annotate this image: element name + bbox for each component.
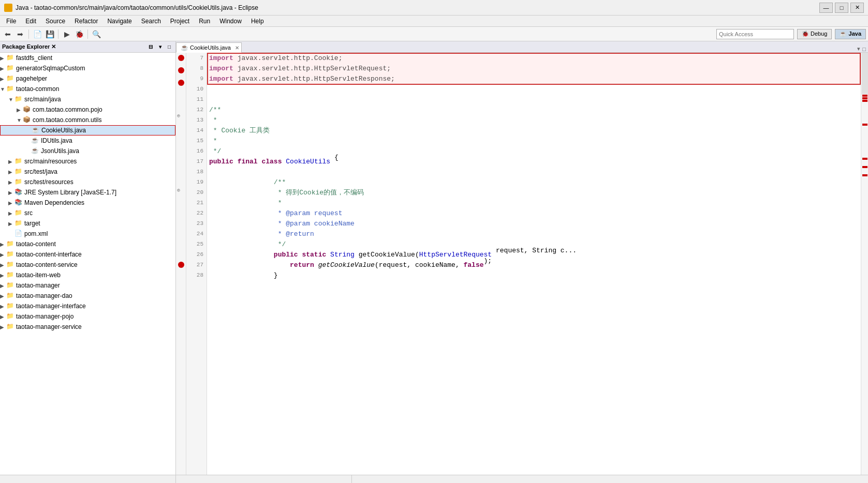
- tree-item-taotao-manager-interface[interactable]: ▶📁taotao-manager-interface: [0, 301, 175, 311]
- tree-label: pom.xml: [24, 230, 48, 237]
- quick-access-input[interactable]: [716, 29, 794, 39]
- java-perspective-button[interactable]: ☕ Java: [835, 29, 866, 39]
- menu-run[interactable]: Run: [195, 17, 214, 26]
- tree-item-generatorsqlmapcustom[interactable]: ▶📁generatorSqlmapCustom: [0, 63, 175, 73]
- editor-bottom-scroll[interactable]: [352, 475, 868, 483]
- tree-item-fastdfs-client[interactable]: ▶📁fastdfs_client: [0, 53, 175, 63]
- linenum-23: 23: [186, 218, 207, 229]
- package-explorer-tree[interactable]: ▶📁fastdfs_client▶📁generatorSqlmapCustom▶…: [0, 53, 175, 475]
- tree-item-taotao-manager-pojo[interactable]: ▶📁taotao-manager-pojo: [0, 311, 175, 322]
- tree-item-taotao-content[interactable]: ▶📁taotao-content: [0, 239, 175, 249]
- tree-item-src-main-java[interactable]: ▼📁src/main/java: [0, 94, 175, 104]
- tree-label: fastdfs_client: [16, 54, 52, 62]
- menu-edit[interactable]: Edit: [21, 17, 40, 26]
- menu-navigate[interactable]: Navigate: [103, 17, 136, 26]
- tab-java-icon: ☕: [181, 44, 188, 51]
- tree-item-taotao-item-web[interactable]: ▶📁taotao-item-web: [0, 270, 175, 280]
- code-line-17: public final class CookieUtils {: [207, 156, 861, 167]
- tree-item-taotao-manager[interactable]: ▶📁taotao-manager: [0, 280, 175, 291]
- sidebar-collapse-btn[interactable]: ⊟: [146, 43, 155, 51]
- error-marker-9: [178, 80, 184, 86]
- close-button[interactable]: ✕: [850, 3, 864, 13]
- menu-search[interactable]: Search: [137, 17, 165, 26]
- menu-file[interactable]: File: [2, 17, 20, 26]
- tree-icon: ☕: [32, 126, 40, 134]
- code-line-26: public static String getCookieValue(Http…: [207, 249, 861, 260]
- tree-item-taotao-manager-service[interactable]: ▶📁taotao-manager-service: [0, 322, 175, 332]
- debug-perspective-button[interactable]: 🐞 Debug: [797, 29, 832, 39]
- tab-close-button[interactable]: ✕: [235, 45, 239, 51]
- toolbar-btn-save[interactable]: 💾: [44, 28, 55, 40]
- sidebar-bottom-scroll[interactable]: [176, 475, 352, 483]
- code-line-9: import javax.servlet.http.HttpServletRes…: [207, 73, 861, 84]
- maximize-button[interactable]: □: [835, 3, 848, 13]
- gutter-row-11: [176, 100, 186, 111]
- sidebar-menu-btn[interactable]: ▾: [156, 43, 164, 51]
- tree-arrow: ▶: [0, 76, 6, 82]
- toolbar-btn-new[interactable]: 📄: [32, 28, 43, 40]
- linenum-25: 25: [186, 239, 207, 249]
- tree-arrow: ▶: [8, 159, 14, 164]
- tree-item-jsonutils-java[interactable]: ☕JsonUtils.java: [0, 146, 175, 156]
- tree-arrow: ▼: [8, 97, 14, 102]
- tree-item-taotao-content-interface[interactable]: ▶📁taotao-content-interface: [0, 249, 175, 260]
- tree-item-src-test-java[interactable]: ▶📁src/test/java: [0, 167, 175, 177]
- tree-icon: 📦: [23, 116, 31, 124]
- gutter-error-4: [862, 124, 867, 126]
- tab-expand-button[interactable]: □: [862, 46, 866, 52]
- gutter-row-15: [176, 144, 186, 154]
- tree-item-target[interactable]: ▶📁target: [0, 218, 175, 229]
- toolbar-btn-2[interactable]: ➡: [14, 28, 26, 40]
- tree-item-taotao-content-service[interactable]: ▶📁taotao-content-service: [0, 260, 175, 270]
- tree-item-pom-xml[interactable]: 📄pom.xml: [0, 229, 175, 239]
- toolbar-btn-debug[interactable]: 🐞: [73, 28, 85, 40]
- tree-icon: 📄: [14, 230, 23, 238]
- gutter-row-8: [176, 67, 186, 78]
- tree-item-pagehelper[interactable]: ▶📁pagehelper: [0, 73, 175, 84]
- menu-help[interactable]: Help: [247, 17, 268, 26]
- menu-window[interactable]: Window: [215, 17, 246, 26]
- menu-refactor[interactable]: Refactor: [70, 17, 102, 26]
- tree-item-idutils-java[interactable]: ☕IDUtils.java: [0, 135, 175, 146]
- editor-tab-cookieutils[interactable]: ☕ CookieUtils.java ✕: [176, 42, 242, 53]
- toolbar-btn-1[interactable]: ⬅: [2, 28, 13, 40]
- tree-arrow: ▶: [8, 210, 14, 216]
- linenum-12: 12: [186, 104, 207, 115]
- tree-item-src-test-resources[interactable]: ▶📁src/test/resources: [0, 177, 175, 187]
- tree-item-jre-system-library--javase-1-7-[interactable]: ▶📚JRE System Library [JavaSE-1.7]: [0, 187, 175, 198]
- tree-item-cookieutils-java[interactable]: ☕CookieUtils.java: [0, 125, 175, 135]
- toolbar-separator-2: [58, 29, 58, 39]
- tree-icon: 📁: [14, 157, 23, 165]
- scroll-thumb[interactable]: [862, 53, 868, 94]
- tree-item-taotao-manager-dao[interactable]: ▶📁taotao-manager-dao: [0, 291, 175, 301]
- tree-icon: ☕: [31, 137, 39, 145]
- toolbar-btn-run[interactable]: ▶: [61, 28, 72, 40]
- tree-arrow: ▶: [0, 273, 6, 278]
- toolbar-btn-search[interactable]: 🔍: [91, 28, 102, 40]
- sidebar-max-btn[interactable]: □: [165, 43, 173, 51]
- tree-item-src[interactable]: ▶📁src: [0, 208, 175, 218]
- linenum-17: 17: [186, 156, 207, 167]
- tree-item-maven-dependencies[interactable]: ▶📚Maven Dependencies: [0, 198, 175, 208]
- tree-arrow: ▶: [0, 324, 6, 330]
- minimize-button[interactable]: —: [819, 3, 833, 13]
- code-line-21: *: [207, 198, 861, 208]
- code-line-10: [207, 84, 861, 94]
- tab-list-button[interactable]: ▾: [857, 46, 860, 52]
- linenum-18: 18: [186, 167, 207, 177]
- tree-label: JsonUtils.java: [41, 147, 79, 155]
- tree-item-com-taotao-common-utils[interactable]: ▼📦com.taotao.common.utils: [0, 115, 175, 125]
- tree-label: src/main/java: [24, 96, 61, 103]
- sidebar-horizontal-scrollbar[interactable]: [0, 475, 175, 483]
- error-marker-26: [178, 262, 184, 268]
- sidebar-actions: ⊟ ▾ □: [146, 43, 173, 51]
- menu-project[interactable]: Project: [166, 17, 194, 26]
- tree-label: taotao-manager-dao: [16, 292, 72, 299]
- tree-item-taotao-common[interactable]: ▼📁taotao-common: [0, 84, 175, 94]
- menu-source[interactable]: Source: [41, 17, 69, 26]
- linenum-19: 19: [186, 177, 207, 187]
- tree-item-com-taotao-common-pojo[interactable]: ▶📦com.taotao.common.pojo: [0, 104, 175, 115]
- tree-item-src-main-resources[interactable]: ▶📁src/main/resources: [0, 156, 175, 167]
- code-line-8: import javax.servlet.http.HttpServletReq…: [207, 63, 861, 73]
- code-content[interactable]: import javax.servlet.http.Cookie; import…: [207, 53, 861, 475]
